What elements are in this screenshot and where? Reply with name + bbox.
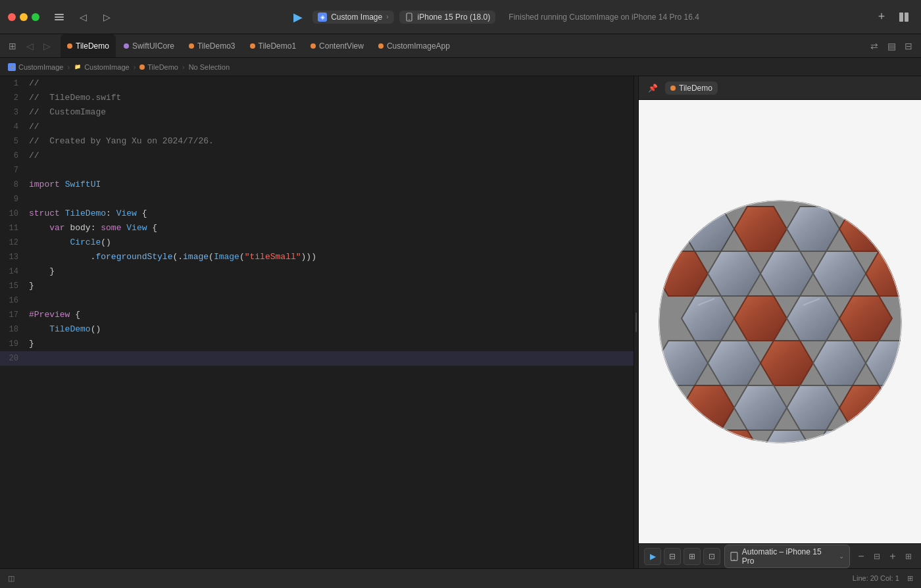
code-line-15: 15} — [0, 279, 634, 293]
zoom-out-button[interactable]: − — [854, 549, 868, 564]
status-right: Line: 20 Col: 1 ⊞ — [853, 574, 913, 583]
scheme-label: Custom Image — [331, 12, 382, 22]
minimize-button[interactable] — [20, 13, 28, 21]
line-number: 11 — [0, 221, 26, 235]
breadcrumb-sep-1: › — [67, 63, 70, 71]
line-number: 2 — [0, 91, 26, 105]
breadcrumb-item-customimage-proj[interactable]: ◈ CustomImage — [8, 63, 63, 71]
preview-header: 📌 TileDemo — [639, 76, 921, 100]
breadcrumb-item-customimage-folder[interactable]: 📁 CustomImage — [74, 63, 129, 71]
device-label: iPhone 15 Pro (18.0) — [418, 12, 491, 22]
tab-forward-button[interactable]: ▷ — [39, 39, 54, 53]
preview-footer-left: ▶ ⊟ ⊞ ⊡ — [644, 548, 720, 565]
line-content: .foregroundStyle(.image(Image("tileSmall… — [26, 250, 634, 264]
tab-label-contentview: ContentView — [319, 41, 364, 51]
line-number: 5 — [0, 134, 26, 149]
status-left-icon[interactable]: ◫ — [8, 574, 14, 583]
tab-split-button[interactable]: ⇄ — [867, 39, 882, 53]
code-line-11: 11 var body: some View { — [0, 221, 634, 235]
breadcrumb-item-noselection[interactable]: No Selection — [189, 63, 230, 71]
breadcrumb-sep-2: › — [134, 63, 136, 71]
svg-point-4 — [409, 19, 410, 20]
line-number: 6 — [0, 149, 26, 163]
code-line-5: 5// Created by Yang Xu on 2024/7/26. — [0, 134, 634, 149]
zoom-fill-button[interactable]: ⊞ — [901, 549, 916, 564]
tab-customimageapp[interactable]: CustomImageApp — [372, 34, 457, 57]
play-button[interactable]: ▶ — [289, 10, 307, 24]
token: (. — [172, 252, 183, 262]
grid-preview-button[interactable]: ⊞ — [684, 548, 701, 565]
line-content: // CustomImage — [26, 105, 634, 120]
tab-label-swiftuicore: SwiftUICore — [132, 41, 174, 51]
code-editor[interactable]: 1//2// TileDemo.swift3// CustomImage4//5… — [0, 76, 634, 568]
breadcrumb-sep-3: › — [182, 63, 185, 71]
tab-dot-tiledemo1 — [250, 43, 255, 49]
stop-preview-button[interactable]: ⊟ — [664, 548, 681, 565]
layout-button[interactable] — [895, 10, 913, 24]
token: var — [49, 223, 64, 233]
token: () — [91, 324, 101, 334]
code-line-14: 14 } — [0, 264, 634, 279]
token: } — [29, 281, 34, 291]
device-selector[interactable]: iPhone 15 Pro (18.0) — [399, 11, 496, 24]
code-line-16: 16 — [0, 293, 634, 308]
code-line-12: 12 Circle() — [0, 235, 634, 250]
scheme-selector[interactable]: ◈ Custom Image › — [312, 11, 393, 24]
grid-view-button[interactable]: ⊞ — [5, 39, 20, 53]
svg-rect-5 — [899, 12, 903, 22]
svg-marker-35 — [866, 430, 902, 443]
live-preview-button[interactable]: ▶ — [644, 548, 661, 565]
svg-rect-1 — [55, 16, 64, 18]
device-phone-icon — [730, 552, 738, 561]
token: // — [29, 122, 39, 132]
zoom-fit-button[interactable]: ⊟ — [870, 549, 884, 564]
tab-tiledemo3[interactable]: TileDemo3 — [182, 34, 242, 57]
token: ( — [239, 252, 245, 262]
preview-tab-label: TileDemo — [679, 84, 712, 93]
token: // — [29, 78, 39, 88]
preview-tab[interactable]: TileDemo — [665, 82, 718, 95]
zoom-in-button[interactable]: + — [885, 549, 900, 564]
line-content: struct TileDemo: View { — [26, 207, 634, 221]
add-button[interactable]: + — [872, 10, 891, 24]
close-button[interactable] — [8, 13, 16, 21]
token: SwiftUI — [65, 180, 101, 189]
breadcrumb-icon-project: ◈ — [8, 63, 16, 71]
tab-tiledemo[interactable]: TileDemo — [61, 34, 116, 57]
token — [60, 180, 65, 189]
sidebar-toggle-button[interactable] — [50, 10, 68, 24]
token: image — [183, 252, 209, 262]
device-dropdown-label: Automatic – iPhone 15 Pro — [742, 547, 835, 566]
device-dropdown-chevron: ⌄ — [839, 552, 844, 560]
line-number: 7 — [0, 163, 26, 178]
pin-button[interactable]: 📌 — [645, 81, 660, 95]
status-layout-icon[interactable]: ⊞ — [907, 574, 913, 582]
tab-back-button[interactable]: ◁ — [22, 39, 37, 53]
line-content: // — [26, 76, 634, 91]
code-line-8: 8import SwiftUI — [0, 178, 634, 192]
token: : — [106, 208, 116, 218]
line-content: // — [26, 149, 634, 163]
hex-circle-preview — [659, 200, 902, 443]
token: ))) — [301, 252, 316, 262]
device-dropdown[interactable]: Automatic – iPhone 15 Pro ⌄ — [724, 545, 850, 568]
maximize-button[interactable] — [32, 13, 39, 21]
preview-pane: 📌 TileDemo — [638, 76, 921, 568]
tab-panel-button[interactable]: ▤ — [884, 39, 899, 53]
line-number: 13 — [0, 250, 26, 264]
tab-swiftuicore[interactable]: SwiftUICore — [117, 34, 181, 57]
tab-options-button[interactable]: ⊟ — [901, 39, 916, 53]
inspector-button[interactable]: ⊡ — [703, 548, 720, 565]
breadcrumb-item-tiledemo[interactable]: TileDemo — [139, 63, 178, 71]
tab-contentview[interactable]: ContentView — [304, 34, 370, 57]
tab-label-tiledemo3: TileDemo3 — [197, 41, 236, 51]
main-area: 1//2// TileDemo.swift3// CustomImage4//5… — [0, 76, 921, 568]
back-button[interactable]: ◁ — [74, 10, 92, 24]
cursor-position: Line: 20 Col: 1 — [853, 574, 899, 582]
tab-tiledemo1[interactable]: TileDemo1 — [243, 34, 303, 57]
tab-dot-contentview — [311, 43, 316, 49]
code-line-17: 17#Preview { — [0, 308, 634, 322]
code-line-7: 7 — [0, 163, 634, 178]
forward-button[interactable]: ▷ — [97, 10, 116, 24]
line-content: // — [26, 120, 634, 134]
